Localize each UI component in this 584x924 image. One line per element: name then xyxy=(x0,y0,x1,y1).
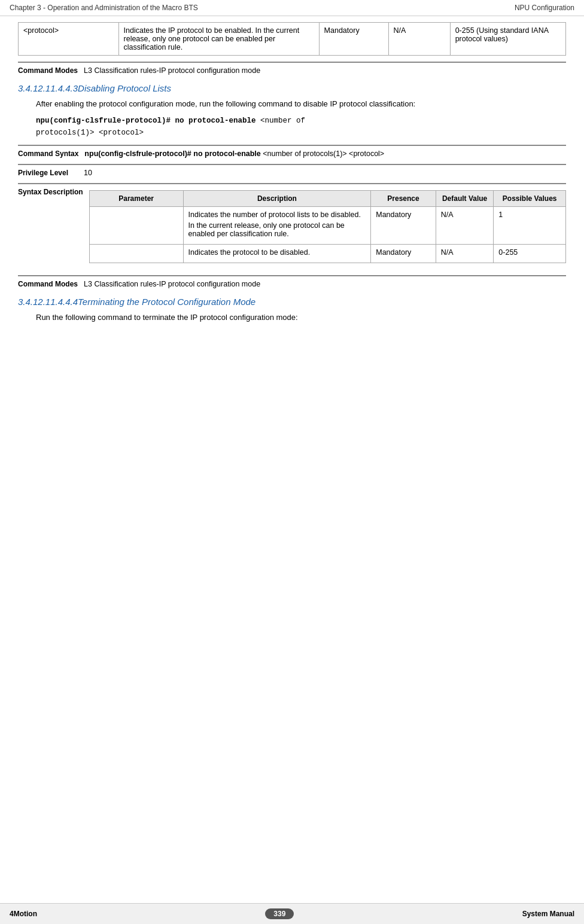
command-syntax-value: npu(config-clsfrule-protocol)# no protoc… xyxy=(84,150,384,158)
header-right: NPU Configuration xyxy=(515,4,574,12)
privilege-level-section: Privilege Level 10 xyxy=(18,164,566,177)
section-heading-1: 3.4.12.11.4.4.3Disabling Protocol Lists xyxy=(18,83,566,93)
command-modes-value-1: L3 Classification rules-IP protocol conf… xyxy=(84,66,260,75)
command-syntax-normal: <number of protocols(1)> <protocol> xyxy=(261,150,384,158)
main-content: <protocol> Indicates the IP protocol to … xyxy=(0,16,584,334)
footer-center-page: 339 xyxy=(265,908,294,919)
command-modes-section-1: Command Modes L3 Classification rules-IP… xyxy=(18,62,566,75)
page-footer: 4Motion 339 System Manual xyxy=(0,903,584,924)
row-param xyxy=(89,244,183,263)
privilege-level-label: Privilege Level xyxy=(18,169,84,177)
presence-cell: Mandatory xyxy=(319,23,388,56)
param-cell: <protocol> xyxy=(19,23,119,56)
syntax-table-row: Indicates the number of protocol lists t… xyxy=(89,206,565,244)
syntax-desc-table-container: Parameter Description Presence Default V… xyxy=(89,190,566,269)
col-default: Default Value xyxy=(436,190,494,206)
row-default: N/A xyxy=(436,206,494,244)
row-desc: Indicates the protocol to be disabled. xyxy=(183,244,371,263)
page-header: Chapter 3 - Operation and Administration… xyxy=(0,0,584,16)
row-param xyxy=(89,206,183,244)
table-row-protocol-top: <protocol> Indicates the IP protocol to … xyxy=(19,23,566,56)
header-left: Chapter 3 - Operation and Administration… xyxy=(10,4,198,12)
syntax-desc-label: Syntax Description xyxy=(18,188,89,196)
command-modes-label-2: Command Modes xyxy=(18,280,84,288)
footer-left: 4Motion xyxy=(10,910,37,918)
command-modes-value-2: L3 Classification rules-IP protocol conf… xyxy=(84,280,260,288)
syntax-table-header-row: Parameter Description Presence Default V… xyxy=(89,190,565,206)
row-possible: 0-255 xyxy=(494,244,566,263)
row-desc: Indicates the number of protocol lists t… xyxy=(183,206,371,244)
possible-cell: 0-255 (Using standard IANA protocol valu… xyxy=(450,23,565,56)
default-cell: N/A xyxy=(388,23,450,56)
col-desc: Description xyxy=(183,190,371,206)
col-possible: Possible Values xyxy=(494,190,566,206)
row-presence: Mandatory xyxy=(371,244,436,263)
row-default: N/A xyxy=(436,244,494,263)
row-possible: 1 xyxy=(494,206,566,244)
command-syntax-label: Command Syntax xyxy=(18,150,84,158)
command-modes-section-2: Command Modes L3 Classification rules-IP… xyxy=(18,275,566,288)
syntax-table-row: Indicates the protocol to be disabled. M… xyxy=(89,244,565,263)
command-modes-label-1: Command Modes xyxy=(18,66,84,75)
body-text-1: After enabling the protocol configuratio… xyxy=(36,98,566,110)
footer-right: System Manual xyxy=(522,910,574,918)
code-bold-1: npu(config-clsfrule-protocol)# no protoc… xyxy=(36,117,256,125)
col-param: Parameter xyxy=(89,190,183,206)
command-syntax-bold: npu(config-clsfrule-protocol)# no protoc… xyxy=(84,150,260,158)
privilege-level-value: 10 xyxy=(84,169,92,177)
code-block-1: npu(config-clsfrule-protocol)# no protoc… xyxy=(36,115,566,139)
command-syntax-section: Command Syntax npu(config-clsfrule-proto… xyxy=(18,145,566,158)
desc-cell: Indicates the IP protocol to be enabled.… xyxy=(118,23,319,56)
body-text-2: Run the following command to terminate t… xyxy=(36,312,566,324)
section-heading-2: 3.4.12.11.4.4.4Terminating the Protocol … xyxy=(18,297,566,307)
row-presence: Mandatory xyxy=(371,206,436,244)
syntax-desc-table: Parameter Description Presence Default V… xyxy=(89,190,566,263)
top-param-table: <protocol> Indicates the IP protocol to … xyxy=(18,22,566,56)
syntax-desc-section: Syntax Description Parameter Description… xyxy=(18,183,566,269)
col-presence: Presence xyxy=(371,190,436,206)
